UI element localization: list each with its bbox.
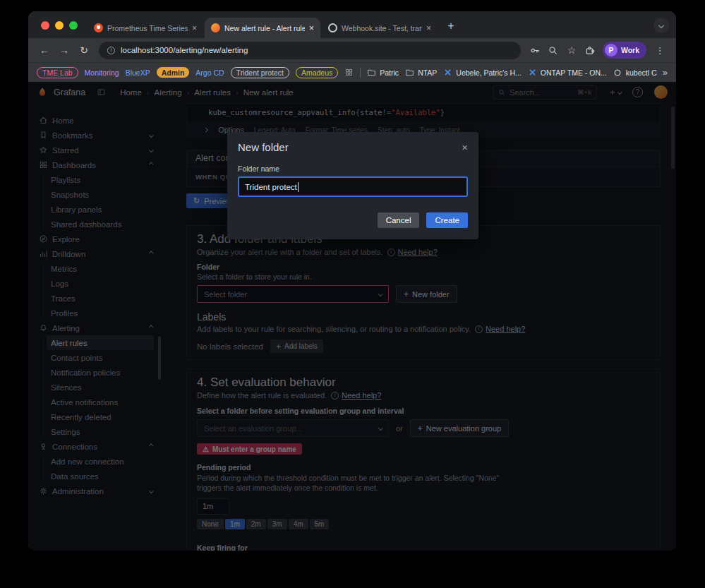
create-button[interactable]: Create — [426, 212, 468, 228]
bookmark-uebele-patric-s-h[interactable]: Uebele, Patric's H... — [443, 68, 521, 77]
browser-toolbar: ← → ↻ i localhost:3000/alerting/new/aler… — [28, 38, 676, 62]
folder-name-label: Folder name — [238, 164, 468, 173]
extensions-icon[interactable] — [582, 42, 598, 59]
zoom-icon[interactable] — [545, 42, 562, 59]
folder-icon — [405, 68, 414, 77]
browser-tab[interactable]: Prometheus Time Series Coll...× — [88, 18, 203, 38]
url-text: localhost:3000/alerting/new/alerting — [121, 46, 248, 54]
bookmarks-bar: TME LabMonitoringBlueXPAdminArgo CDTride… — [28, 62, 676, 82]
folder-name-input[interactable]: Trident protect — [238, 176, 468, 197]
profile-label: Work — [621, 46, 639, 54]
cancel-button[interactable]: Cancel — [378, 212, 420, 228]
prometheus-favicon — [94, 23, 103, 32]
new-folder-modal: New folder × Folder name Trident protect… — [227, 132, 478, 239]
forward-button[interactable]: → — [55, 41, 73, 59]
profile-chip[interactable]: P Work — [603, 42, 646, 59]
new-tab-button[interactable]: + — [442, 17, 460, 35]
bookmark-patric[interactable]: Patric — [367, 68, 399, 77]
bookmark-kubectl-cheat-she[interactable]: kubectl Cheat She... — [613, 68, 657, 77]
bookmark-tme-lab[interactable]: TME Lab — [37, 67, 78, 78]
divider — [360, 68, 361, 78]
bookmark-grid[interactable] — [344, 68, 354, 77]
tab-strip: Prometheus Time Series Coll...×New alert… — [28, 11, 676, 38]
bookmark-monitoring[interactable]: Monitoring — [85, 68, 119, 77]
bookmark-trident-protect[interactable]: Trident protect — [231, 67, 289, 78]
blue-x-icon — [443, 68, 452, 77]
grafana-favicon — [211, 23, 220, 32]
tab-close-icon[interactable]: × — [309, 23, 314, 33]
browser-window: Prometheus Time Series Coll...×New alert… — [28, 11, 676, 551]
tab-search-button[interactable] — [653, 18, 669, 33]
zoom-window-button[interactable] — [69, 21, 78, 30]
url-bar[interactable]: i localhost:3000/alerting/new/alerting — [99, 42, 521, 59]
password-key-icon[interactable] — [526, 42, 543, 59]
bookmark-admin[interactable]: Admin — [157, 67, 190, 78]
folder-icon — [367, 68, 376, 77]
bookmark-ontap-tme-on[interactable]: ONTAP TME - ON... — [528, 68, 607, 77]
blue-x-icon — [528, 68, 537, 77]
tab-title: Prometheus Time Series Coll... — [107, 24, 188, 32]
bookmark-amadeus[interactable]: Amadeus — [296, 67, 338, 78]
webhook-favicon — [328, 23, 337, 32]
back-button[interactable]: ← — [35, 41, 54, 59]
tab-close-icon[interactable]: × — [426, 23, 431, 33]
grafana-app: Grafana Home›Alerting›Alert rules›New al… — [28, 82, 676, 551]
bookmark-ntap[interactable]: NTAP — [405, 68, 437, 77]
bookmark-bluexp[interactable]: BlueXP — [126, 68, 150, 77]
tab-close-icon[interactable]: × — [192, 23, 197, 33]
browser-tab[interactable]: New alert rule - Alert rules - ...× — [205, 18, 320, 38]
bookmark-argo-cd[interactable]: Argo CD — [195, 68, 224, 77]
profile-avatar: P — [605, 44, 617, 56]
reload-button[interactable]: ↻ — [75, 41, 93, 59]
ring-icon — [613, 68, 622, 77]
browser-menu-icon[interactable]: ⋮ — [651, 41, 669, 59]
chevron-down-icon — [658, 23, 664, 28]
minimize-window-button[interactable] — [55, 21, 64, 30]
grid-icon — [344, 68, 354, 77]
tab-title: New alert rule - Alert rules - ... — [224, 24, 305, 32]
text-cursor — [298, 182, 299, 192]
bookmarks-overflow-icon[interactable]: » — [663, 67, 668, 78]
site-info-icon[interactable]: i — [107, 47, 115, 54]
close-window-button[interactable] — [41, 21, 49, 30]
tab-title: Webhook.site - Test, transfor... — [342, 24, 422, 32]
traffic-lights — [41, 21, 78, 30]
modal-close-icon[interactable]: × — [462, 141, 468, 153]
browser-tab[interactable]: Webhook.site - Test, transfor...× — [322, 18, 438, 38]
modal-title: New folder — [238, 141, 289, 153]
bookmark-star-icon[interactable]: ☆ — [563, 42, 580, 59]
